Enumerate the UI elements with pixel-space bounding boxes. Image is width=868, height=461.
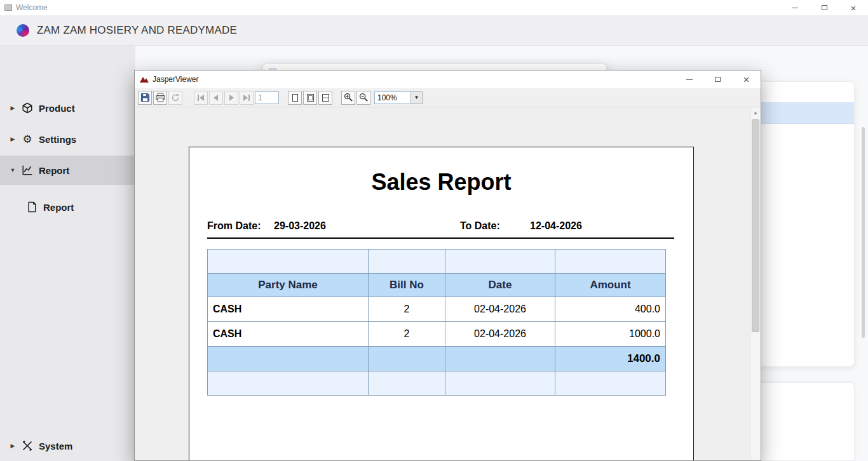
window-controls: × [780, 0, 868, 15]
close-icon: × [851, 3, 857, 13]
sidebar-item-system[interactable]: ▶ System [0, 431, 135, 460]
window-minimize-button[interactable] [780, 0, 810, 15]
chevron-up-icon: ▲ [753, 110, 758, 116]
sidebar-item-report[interactable]: ▼ Report [0, 156, 135, 185]
column-header-date: Date [445, 274, 555, 297]
minimize-icon [686, 79, 693, 80]
fit-width-button[interactable] [318, 91, 332, 105]
fit-page-icon [306, 93, 315, 102]
zoom-out-button[interactable] [356, 91, 370, 105]
last-page-button[interactable] [240, 91, 254, 105]
fit-width-icon [322, 93, 330, 102]
report-title: Sales Report [189, 169, 693, 196]
scrollbar-thumb[interactable] [752, 119, 759, 332]
document-icon [25, 201, 38, 213]
sidebar-item-label: System [39, 441, 72, 451]
jasperviewer-toolbar: 100% ▼ [135, 88, 761, 107]
minimize-icon [792, 8, 798, 8]
previous-page-icon [212, 95, 220, 101]
viewer-scrollbar[interactable]: ▲ [750, 107, 761, 460]
previous-page-button[interactable] [209, 91, 223, 105]
cell-date: 02-04-2026 [445, 297, 555, 322]
column-header-bill-no: Bill No [369, 274, 445, 297]
cell-total-amount: 1400.0 [555, 347, 666, 371]
maximize-icon [822, 5, 827, 10]
product-box-icon [21, 102, 34, 114]
zoom-out-icon [359, 93, 369, 102]
zoom-in-icon [344, 93, 353, 102]
chart-line-icon [21, 164, 34, 176]
sidebar-item-product[interactable]: ▶ Product [0, 93, 135, 123]
window-title: Welcome [16, 3, 48, 12]
fit-page-button[interactable] [303, 91, 317, 105]
jasperviewer-content: Sales Report From Date: 29-03-2026 To Da… [135, 107, 761, 460]
actual-size-icon [291, 93, 299, 102]
sidebar-item-label: Product [39, 103, 75, 114]
jasperviewer-window: JasperViewer × [134, 70, 761, 461]
column-header-amount: Amount [555, 274, 666, 297]
chevron-right-icon: ▶ [9, 443, 17, 449]
sidebar: ▶ Product ▶ ⚙ Settings ▼ Report Report ▶… [0, 46, 135, 461]
cell-date: 02-04-2026 [445, 322, 555, 347]
zoom-level-value[interactable]: 100% [374, 91, 411, 104]
zoom-dropdown-button[interactable]: ▼ [411, 91, 423, 104]
sales-report-table: Party Name Bill No Date Amount CASH 2 02… [207, 249, 666, 396]
sidebar-item-label: Settings [39, 134, 76, 145]
close-icon: × [743, 74, 750, 85]
window-close-button[interactable]: × [839, 0, 868, 15]
from-date-label: From Date: [207, 220, 261, 232]
app-logo-icon [17, 24, 29, 37]
viewer-minimize-button[interactable] [675, 70, 703, 88]
first-page-button[interactable] [194, 91, 208, 105]
viewer-maximize-button[interactable] [703, 70, 732, 88]
window-titlebar[interactable]: Welcome × [0, 0, 868, 15]
print-button[interactable] [153, 91, 167, 105]
table-spacer-row [208, 371, 666, 396]
cell-party-name: CASH [208, 322, 369, 347]
zoom-level-combobox[interactable]: 100% ▼ [374, 91, 423, 104]
jasper-logo-icon [140, 76, 149, 83]
last-page-icon [243, 95, 250, 101]
table-spacer-row [208, 250, 666, 274]
to-date-label: To Date: [460, 220, 500, 232]
page-number-input[interactable] [255, 91, 279, 104]
reload-icon [171, 93, 180, 102]
next-page-button[interactable] [224, 91, 238, 105]
from-date-value: 29-03-2026 [274, 220, 326, 232]
window-maximize-button[interactable] [810, 0, 839, 15]
cell-bill-no: 2 [369, 322, 445, 347]
sidebar-subitem-label: Report [43, 202, 74, 213]
table-total-row: 1400.0 [208, 347, 666, 371]
table-header-row: Party Name Bill No Date Amount [208, 274, 666, 297]
table-row: CASH 2 02-04-2026 400.0 [208, 297, 666, 322]
app-header: ZAM ZAM HOSIERY AND READYMADE [0, 15, 868, 46]
table-row: CASH 2 02-04-2026 1000.0 [208, 322, 666, 347]
sidebar-item-settings[interactable]: ▶ ⚙ Settings [0, 124, 135, 154]
sidebar-subitem-report[interactable]: Report [0, 192, 135, 222]
save-button[interactable] [138, 91, 152, 105]
scroll-up-button[interactable]: ▲ [750, 107, 761, 118]
reload-button[interactable] [168, 91, 182, 105]
first-page-icon [197, 95, 205, 101]
column-header-party-name: Party Name [208, 274, 369, 297]
jasperviewer-controls: × [675, 70, 761, 88]
save-icon [140, 93, 150, 102]
actual-size-button[interactable] [288, 91, 302, 105]
zoom-in-button[interactable] [341, 91, 355, 105]
window-icon [4, 4, 12, 11]
sidebar-item-label: Report [39, 165, 69, 176]
viewer-close-button[interactable]: × [732, 70, 761, 88]
chevron-right-icon: ▶ [9, 136, 17, 142]
chevron-down-icon: ▼ [9, 167, 17, 173]
chevron-right-icon: ▶ [9, 105, 17, 111]
jasperviewer-title: JasperViewer [153, 75, 198, 84]
cell-amount: 1000.0 [555, 322, 666, 347]
maximize-icon [715, 77, 721, 82]
app-title: ZAM ZAM HOSIERY AND READYMADE [37, 24, 237, 37]
next-page-icon [227, 95, 235, 101]
chevron-down-icon: ▼ [414, 95, 419, 100]
cell-party-name: CASH [208, 297, 369, 322]
to-date-value: 12-04-2026 [530, 220, 582, 232]
background-scrollbar[interactable] [862, 127, 865, 338]
jasperviewer-titlebar[interactable]: JasperViewer × [135, 70, 761, 88]
